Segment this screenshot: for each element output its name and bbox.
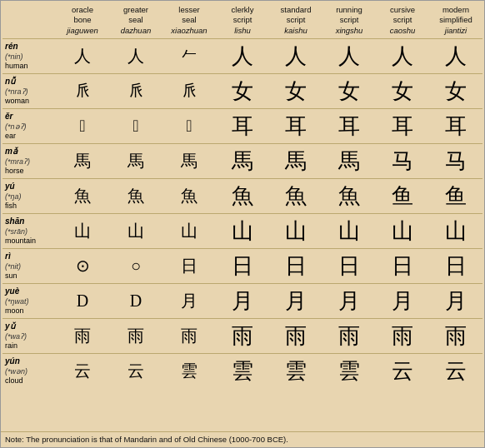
row-standard: 魚 (269, 179, 322, 214)
char-lesser_seal: 𠂉 (181, 47, 198, 65)
row-oracle: 𠂪 (56, 109, 109, 144)
row-pronunciation: (*wən) (5, 367, 54, 377)
char-lesser_seal: 魚 (181, 187, 198, 205)
char-clerkly: 月 (232, 289, 253, 313)
char-oracle: 魚 (74, 187, 91, 205)
char-clerkly: 日 (232, 254, 253, 278)
row-greater_seal: ⼈ (109, 39, 162, 74)
col-header-label (2, 4, 56, 39)
row-clerkly: 女 (216, 74, 269, 109)
row-pronunciation: (*nəʔ) (5, 122, 54, 132)
char-oracle: D (77, 291, 88, 310)
char-modern: 云 (445, 359, 467, 383)
row-cursive: 鱼 (376, 179, 429, 214)
lesser-seal-italic: xiaozhuan (163, 26, 215, 36)
row-label: shān(*srān)mountain (2, 214, 56, 249)
row-label: yǔ(*waʔ)rain (2, 319, 56, 354)
char-cursive: 鱼 (392, 184, 413, 208)
row-pronunciation: (*ŋa) (5, 192, 54, 202)
char-oracle: 雨 (74, 326, 91, 345)
row-cursive: 山 (376, 214, 429, 249)
row-running: 女 (322, 74, 376, 109)
char-modern: 人 (445, 44, 467, 68)
row-pronunciation: (*ŋwat) (5, 297, 54, 307)
char-running: 人 (338, 44, 360, 68)
row-greater_seal: 山 (109, 214, 162, 249)
row-standard: 雲 (269, 354, 322, 389)
row-meaning: ear (5, 132, 54, 142)
row-running: 魚 (322, 179, 376, 214)
char-standard: 月 (285, 289, 307, 313)
row-word: yún (5, 356, 20, 366)
row-oracle: 雨 (56, 319, 109, 354)
row-greater_seal: ○ (109, 249, 162, 284)
row-running: 日 (322, 249, 376, 284)
char-cursive: 云 (392, 359, 413, 383)
char-greater_seal: 魚 (128, 187, 144, 205)
char-clerkly: 馬 (232, 149, 253, 173)
row-meaning: moon (5, 306, 54, 316)
table-row: yú(*ŋa)fish魚魚魚魚魚魚鱼鱼 (2, 179, 482, 214)
row-cursive: 女 (376, 74, 429, 109)
row-label: rì(*nit)sun (2, 249, 56, 284)
char-cursive: 月 (392, 289, 413, 313)
char-modern: 日 (445, 254, 467, 278)
col-header-running: runningscriptxingshu (322, 4, 376, 39)
row-label: yuè(*ŋwat)moon (2, 284, 56, 319)
char-greater_seal: ⼈ (128, 47, 144, 65)
row-oracle: 𠂢 (56, 74, 109, 109)
char-oracle: ⊙ (76, 256, 90, 275)
row-clerkly: 人 (216, 39, 269, 74)
row-modern: 日 (429, 249, 482, 284)
row-clerkly: 馬 (216, 144, 269, 179)
row-greater_seal: 雨 (109, 319, 162, 354)
row-greater_seal: 魚 (109, 179, 162, 214)
char-oracle: 𠂪 (79, 117, 85, 135)
char-cursive: 女 (392, 79, 413, 103)
row-running: 月 (322, 284, 376, 319)
row-oracle: 馬 (56, 144, 109, 179)
row-cursive: 人 (376, 39, 429, 74)
row-modern: 云 (429, 354, 482, 389)
char-lesser_seal: 山 (181, 222, 198, 240)
evolution-table: oraclebonejiaguwen greatersealdazhuan le… (2, 4, 482, 389)
char-standard: 雲 (285, 359, 307, 383)
row-cursive: 马 (376, 144, 429, 179)
row-word: yǔ (5, 321, 15, 331)
note-text: Note: The pronunciation is that of Manda… (5, 435, 288, 444)
row-clerkly: 雨 (216, 319, 269, 354)
cursive-italic: caoshu (377, 26, 428, 36)
char-greater_seal: 云 (128, 361, 144, 380)
row-oracle: 山 (56, 214, 109, 249)
row-modern: 人 (429, 39, 482, 74)
char-running: 女 (338, 79, 360, 103)
char-standard: 馬 (285, 149, 307, 173)
row-standard: 人 (269, 39, 322, 74)
char-cursive: 雨 (392, 324, 413, 348)
row-lesser_seal: 雲 (162, 354, 216, 389)
table-row: yǔ(*waʔ)rain雨雨雨雨雨雨雨雨 (2, 319, 482, 354)
row-standard: 馬 (269, 144, 322, 179)
char-modern: 女 (445, 79, 467, 103)
row-label: nǚ(*nraʔ)woman (2, 74, 56, 109)
char-modern: 鱼 (445, 184, 467, 208)
char-running: 月 (338, 289, 360, 313)
row-clerkly: 魚 (216, 179, 269, 214)
char-lesser_seal: 日 (181, 256, 198, 275)
row-cursive: 云 (376, 354, 429, 389)
char-running: 耳 (338, 114, 360, 138)
row-modern: 耳 (429, 109, 482, 144)
row-label: yún(*wən)cloud (2, 354, 56, 389)
table-row: nǚ(*nraʔ)woman𠂢𠂢𠂢女女女女女 (2, 74, 482, 109)
char-greater_seal: ○ (131, 256, 141, 275)
char-oracle: 馬 (74, 152, 91, 170)
char-running: 日 (338, 254, 360, 278)
row-lesser_seal: 雨 (162, 319, 216, 354)
row-modern: 月 (429, 284, 482, 319)
char-lesser_seal: 月 (181, 291, 198, 310)
char-cursive: 马 (392, 149, 413, 173)
row-greater_seal: 𠂢 (109, 74, 162, 109)
table-wrapper: oraclebonejiaguwen greatersealdazhuan le… (1, 1, 484, 431)
row-lesser_seal: 馬 (162, 144, 216, 179)
char-cursive: 山 (392, 219, 413, 243)
